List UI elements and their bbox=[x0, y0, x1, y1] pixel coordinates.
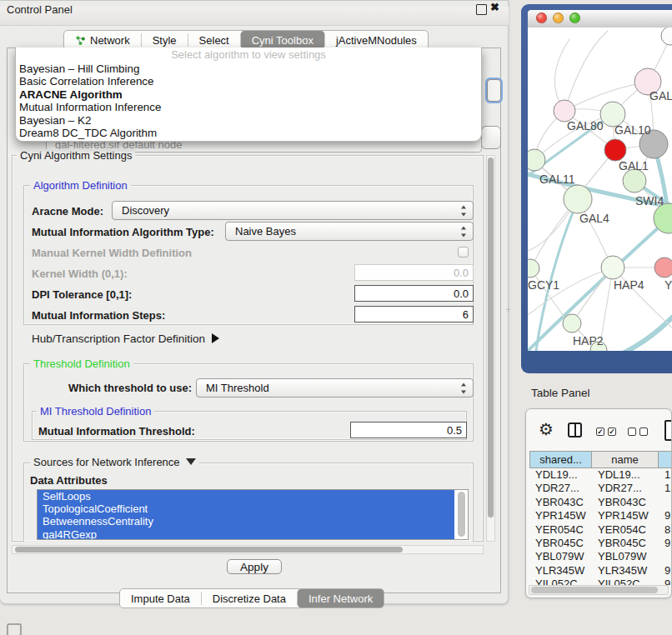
network-window-titlebar[interactable] bbox=[528, 10, 672, 28]
mi-threshold-group-title: MI Threshold Definition bbox=[37, 405, 154, 418]
which-threshold-select[interactable]: MI Threshold bbox=[196, 378, 474, 398]
node-salmon[interactable] bbox=[654, 258, 672, 278]
tab-network[interactable]: Network bbox=[64, 31, 141, 49]
node-gal1-swi4[interactable] bbox=[623, 169, 646, 192]
node-hap2[interactable] bbox=[563, 314, 581, 332]
table-cell: YBL079W bbox=[592, 550, 659, 563]
column-header-3[interactable] bbox=[659, 451, 672, 468]
table-row[interactable]: YBR043CYBR043C bbox=[529, 496, 672, 509]
algorithm-option[interactable]: ARACNE Algorithm bbox=[16, 88, 481, 101]
close-window-icon[interactable] bbox=[536, 12, 547, 23]
table-cell bbox=[659, 550, 672, 563]
refresh-button-partial[interactable] bbox=[487, 79, 501, 102]
node-label: HAP2 bbox=[573, 334, 604, 348]
algorithm-option[interactable]: Dream8 DC_TDC Algorithm bbox=[16, 127, 481, 139]
node-top-corner[interactable] bbox=[661, 28, 672, 45]
column-header-2[interactable]: name bbox=[592, 451, 659, 468]
table-cell: YDL19... bbox=[529, 468, 592, 482]
partial-button[interactable] bbox=[481, 126, 501, 149]
algorithm-option[interactable]: Basic Correlation Inference bbox=[16, 75, 481, 88]
tab-style[interactable]: Style bbox=[142, 31, 188, 49]
close-panel-icon[interactable]: ✖ bbox=[490, 1, 499, 13]
node-red[interactable] bbox=[604, 139, 626, 161]
minimized-panel-button[interactable] bbox=[7, 623, 22, 635]
table-cell: YPR145W bbox=[529, 509, 592, 522]
sources-expander[interactable]: Sources for Network Inference bbox=[30, 456, 199, 468]
table-cell bbox=[659, 496, 672, 509]
stepper-arrows-icon bbox=[459, 226, 467, 237]
network-edge[interactable] bbox=[621, 318, 672, 351]
attribute-item[interactable]: SelfLoops bbox=[38, 490, 454, 502]
network-edge[interactable] bbox=[528, 269, 609, 315]
algorithm-popup-prompt: Select algorithm to view settings bbox=[16, 48, 481, 62]
table-cell: YIL052C bbox=[529, 578, 592, 585]
aracne-mode-label: Aracne Mode: bbox=[32, 205, 103, 218]
tab-label: jActiveMNodules bbox=[336, 34, 417, 47]
cyni-settings-group-title: Cyni Algorithm Settings bbox=[17, 149, 135, 162]
control-panel-titlebar bbox=[0, 7, 509, 26]
dpi-tolerance-label: DPI Tolerance [0,1]: bbox=[32, 288, 132, 301]
zoom-window-icon[interactable] bbox=[569, 12, 580, 23]
attribute-item[interactable]: TopologicalCoefficient bbox=[38, 502, 454, 515]
table-row[interactable]: YER054CYER054C8. bbox=[529, 523, 672, 537]
settings-horizontal-scrollbar[interactable] bbox=[12, 545, 484, 554]
table-cell: YBR045C bbox=[592, 537, 659, 550]
unselect-all-columns-icon[interactable] bbox=[628, 428, 648, 436]
table-row[interactable]: YBL079WYBL079W bbox=[529, 550, 672, 563]
table-horizontal-scrollbar[interactable] bbox=[529, 585, 669, 595]
panel-splitter-handle[interactable]: ⁘ bbox=[505, 307, 509, 314]
algorithm-option[interactable]: Bayesian – Hill Climbing bbox=[16, 62, 481, 75]
table-row[interactable]: YIL052CYIL052C9 bbox=[529, 578, 672, 585]
network-canvas[interactable]: GALGAL80GAL10GAL11GAL1SWI4GAL4GCY1HAP4YH… bbox=[528, 28, 672, 351]
manual-kernel-checkbox[interactable] bbox=[458, 247, 469, 258]
node-label: GAL80 bbox=[567, 119, 604, 132]
settings-vertical-scrollbar[interactable] bbox=[486, 155, 495, 542]
tab-cyni-toolbox[interactable]: Cyni Toolbox bbox=[241, 31, 324, 49]
attribute-list-scrollbar[interactable] bbox=[458, 492, 465, 537]
data-attributes-list[interactable]: SelfLoopsTopologicalCoefficientBetweenne… bbox=[37, 489, 469, 540]
dpi-tolerance-field[interactable]: 0.0 bbox=[354, 285, 474, 302]
algorithm-option[interactable]: Bayesian – K2 bbox=[16, 114, 481, 127]
aracne-mode-select[interactable]: Discovery bbox=[112, 201, 474, 220]
collapse-down-icon bbox=[186, 458, 196, 465]
mi-steps-field[interactable]: 6 bbox=[354, 306, 474, 322]
minimize-window-icon[interactable] bbox=[553, 12, 564, 23]
algorithm-option[interactable]: Mutual Information Inference bbox=[16, 101, 481, 113]
gear-icon[interactable]: ⚙ bbox=[539, 419, 554, 439]
node-hap4[interactable] bbox=[601, 256, 624, 279]
which-threshold-value: MI Threshold bbox=[206, 382, 269, 394]
select-all-columns-icon[interactable]: ✓✓ bbox=[596, 428, 616, 436]
hub-definition-label: Hub/Transcription Factor Definition bbox=[32, 332, 205, 345]
column-header-1[interactable]: shared... bbox=[529, 451, 592, 468]
tab-select[interactable]: Select bbox=[188, 31, 240, 49]
table-cell: 12 bbox=[659, 482, 672, 495]
node-gal4[interactable] bbox=[564, 185, 592, 213]
table-mode-icon[interactable] bbox=[664, 420, 672, 441]
node-label: Y bbox=[664, 278, 672, 292]
tab-impute-data[interactable]: Impute Data bbox=[120, 589, 201, 608]
table-row[interactable]: YPR145WYPR145W9. bbox=[529, 509, 672, 522]
float-panel-icon[interactable] bbox=[476, 4, 487, 15]
tab-discretize-data[interactable]: Discretize Data bbox=[202, 589, 297, 608]
node-gcy1[interactable] bbox=[528, 259, 539, 278]
table-row[interactable]: YDL19...YDL19...13 bbox=[529, 468, 672, 482]
node-gal11[interactable] bbox=[528, 149, 545, 171]
attribute-item[interactable]: BetweennessCentrality bbox=[38, 515, 454, 528]
table-row[interactable]: YLR345WYLR345W9. bbox=[529, 564, 672, 578]
kernel-width-field[interactable]: 0.0 bbox=[354, 264, 474, 281]
stepper-arrows-icon bbox=[459, 205, 467, 216]
mi-threshold-label: Mutual Information Threshold: bbox=[38, 425, 195, 438]
tab-infer-network[interactable]: Infer Network bbox=[298, 589, 384, 608]
table-row[interactable]: YBR045CYBR045C9. bbox=[529, 537, 672, 550]
hub-definition-expander[interactable]: Hub/Transcription Factor Definition bbox=[32, 332, 219, 345]
attribute-item[interactable]: gal4RGexp bbox=[38, 528, 454, 540]
apply-button[interactable]: Apply bbox=[227, 559, 282, 574]
network-edge[interactable] bbox=[564, 31, 608, 111]
mi-threshold-field[interactable]: 0.5 bbox=[350, 422, 467, 438]
tab-jactivemnodules[interactable]: jActiveMNodules bbox=[325, 31, 428, 49]
expand-right-icon bbox=[212, 333, 219, 343]
mi-type-select[interactable]: Naive Bayes bbox=[225, 222, 474, 241]
columns-icon[interactable] bbox=[568, 422, 582, 438]
table-cell: YDR27... bbox=[592, 482, 659, 495]
table-row[interactable]: YDR27...YDR27...12 bbox=[529, 482, 672, 495]
